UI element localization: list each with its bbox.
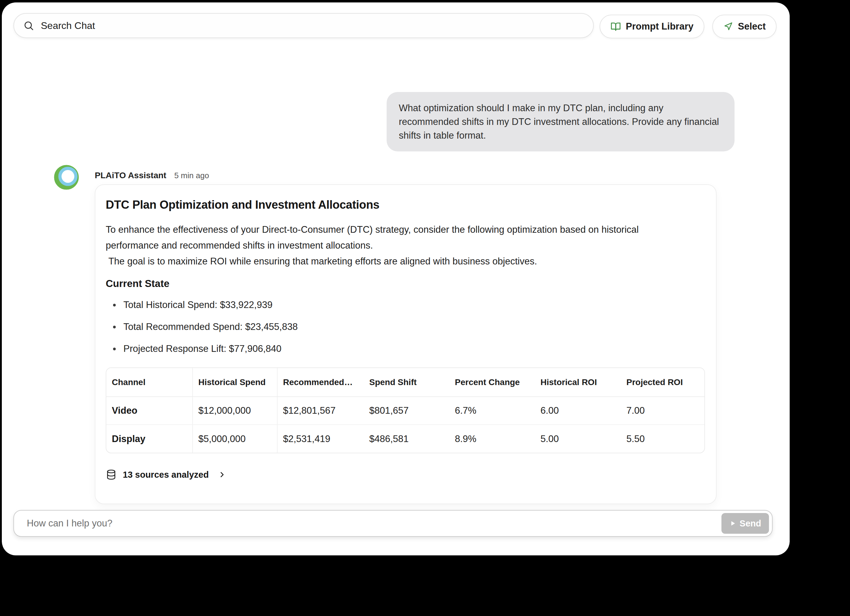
allocation-table: Channel Historical Spend Recommended… Sp… xyxy=(106,368,705,453)
send-label: Send xyxy=(740,519,761,529)
assistant-meta: PLAiTO Assistant 5 min ago xyxy=(95,170,209,180)
table-row: Display $5,000,000 $2,531,419 $486,581 8… xyxy=(106,425,704,453)
prompt-library-label: Prompt Library xyxy=(626,21,693,32)
answer-intro: To enhance the effectiveness of your Dir… xyxy=(106,222,688,269)
header-recommended-spend: Recommended… xyxy=(277,368,364,397)
assistant-name: PLAiTO Assistant xyxy=(95,170,166,180)
select-button[interactable]: Select xyxy=(712,15,777,38)
user-message-bubble: What optimization should I make in my DT… xyxy=(387,92,735,151)
table-cell: Display xyxy=(106,425,193,453)
table-cell: 5.50 xyxy=(621,425,704,453)
header-historical-roi: Historical ROI xyxy=(535,368,621,397)
header-channel: Channel xyxy=(106,368,193,397)
table-row: Video $12,000,000 $12,801,567 $801,657 6… xyxy=(106,397,704,425)
list-item: Projected Response Lift: $77,906,840 xyxy=(113,342,688,355)
table-cell: $486,581 xyxy=(364,425,449,453)
list-item: Total Recommended Spend: $23,455,838 xyxy=(113,320,688,333)
table-cell: $801,657 xyxy=(364,397,449,425)
intro-paragraph: To enhance the effectiveness of your Dir… xyxy=(106,222,688,253)
assistant-avatar xyxy=(54,165,79,190)
current-state-heading: Current State xyxy=(106,278,688,289)
header-percent-change: Percent Change xyxy=(449,368,535,397)
send-play-icon xyxy=(729,520,736,527)
table-cell: $12,000,000 xyxy=(193,397,277,425)
chevron-right-icon xyxy=(218,470,226,479)
select-label: Select xyxy=(738,21,766,32)
prompt-library-button[interactable]: Prompt Library xyxy=(600,15,704,38)
table-cell: 8.9% xyxy=(449,425,535,453)
assistant-answer-card: DTC Plan Optimization and Investment All… xyxy=(95,184,717,504)
sources-analyzed-label: 13 sources analyzed xyxy=(123,470,209,480)
database-icon xyxy=(106,469,117,480)
answer-title: DTC Plan Optimization and Investment All… xyxy=(106,198,688,211)
header-spend-shift: Spend Shift xyxy=(364,368,449,397)
intro-paragraph: The goal is to maximize ROI while ensuri… xyxy=(106,253,688,269)
chat-window: Prompt Library Select What optimization … xyxy=(2,3,790,555)
table-cell: 6.00 xyxy=(535,397,621,425)
search-icon xyxy=(23,20,34,31)
table-cell: $2,531,419 xyxy=(277,425,364,453)
send-button[interactable]: Send xyxy=(721,513,769,534)
book-icon xyxy=(611,21,621,32)
cursor-select-icon xyxy=(723,22,733,31)
table-cell: $5,000,000 xyxy=(193,425,277,453)
table-cell: $12,801,567 xyxy=(277,397,364,425)
header-projected-roi: Projected ROI xyxy=(621,368,704,397)
table-cell: 5.00 xyxy=(535,425,621,453)
user-message-text: What optimization should I make in my DT… xyxy=(399,103,719,141)
message-input[interactable] xyxy=(26,517,721,529)
list-item: Total Historical Spend: $33,922,939 xyxy=(113,299,688,311)
table-header-row: Channel Historical Spend Recommended… Sp… xyxy=(106,368,704,397)
table-cell: Video xyxy=(106,397,193,425)
sources-analyzed-button[interactable]: 13 sources analyzed xyxy=(106,469,226,480)
header-historical-spend: Historical Spend xyxy=(193,368,277,397)
table-cell: 7.00 xyxy=(621,397,704,425)
message-composer[interactable]: Send xyxy=(13,510,773,537)
table-cell: 6.7% xyxy=(449,397,535,425)
current-state-list: Total Historical Spend: $33,922,939 Tota… xyxy=(106,299,688,355)
assistant-timestamp: 5 min ago xyxy=(174,171,209,180)
search-chat-box[interactable] xyxy=(13,13,594,38)
search-input[interactable] xyxy=(40,20,593,32)
